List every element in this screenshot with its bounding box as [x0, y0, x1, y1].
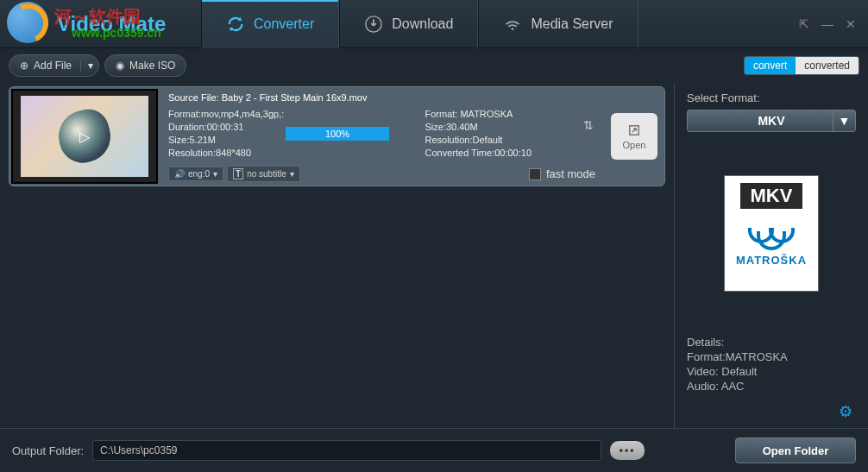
plus-icon: ⊕	[20, 60, 28, 72]
format-dropdown[interactable]: MKV ▼	[687, 110, 856, 132]
source-file-label: Source File: Baby 2 - First Step Main 16…	[168, 92, 595, 103]
open-external-icon	[626, 123, 643, 138]
minimize-icon[interactable]: —	[821, 17, 833, 31]
format-icon-mkv: MKV MATROŠKA	[724, 175, 819, 292]
details-audio: Audio: AAC	[687, 379, 856, 393]
format-selected-value: MKV	[758, 114, 784, 128]
output-size: Size:30.40M	[425, 121, 596, 134]
file-item[interactable]: ▷ Source File: Baby 2 - First Step Main …	[9, 86, 665, 186]
wifi-icon	[503, 15, 522, 34]
tab-media-server-label: Media Server	[531, 16, 613, 32]
toolbar: ⊕ Add File ▾ ◉ Make ISO convert converte…	[0, 48, 868, 83]
tab-media-server[interactable]: Media Server	[478, 0, 638, 48]
details-video: Video: Default	[687, 364, 856, 379]
open-folder-button[interactable]: Open Folder	[735, 437, 856, 463]
play-icon: ▷	[79, 129, 90, 145]
convert-status-tabs: convert converted	[744, 56, 859, 75]
app-logo-icon	[7, 2, 52, 47]
sort-icon[interactable]: ⇅	[583, 118, 594, 132]
download-icon	[364, 15, 383, 34]
tab-converted[interactable]: converted	[796, 57, 859, 74]
make-iso-button[interactable]: ◉ Make ISO	[104, 54, 186, 77]
make-iso-label: Make ISO	[129, 60, 175, 72]
fast-mode-checkbox[interactable]	[529, 168, 541, 180]
format-details: Details: Format:MATROSKA Video: Default …	[687, 335, 856, 393]
tab-converter[interactable]: Converter	[201, 0, 339, 48]
add-file-label: Add File	[34, 60, 72, 72]
fast-mode-label: fast mode	[546, 167, 595, 180]
add-file-button[interactable]: ⊕ Add File ▾	[9, 54, 99, 77]
mkv-banner: MKV	[740, 183, 803, 209]
window-controls: ⇱ — ✕	[799, 17, 868, 31]
subtitle-select[interactable]: T no subtitle ▾	[227, 166, 300, 182]
input-resolution: Resolution:848*480	[168, 147, 339, 160]
chevron-down-icon: ▼	[833, 110, 855, 131]
output-folder-label: Output Folder:	[12, 444, 84, 457]
open-label: Open	[623, 140, 646, 150]
refresh-icon	[226, 15, 245, 34]
progress-text: 100%	[325, 129, 349, 139]
speaker-icon: 🔊	[174, 169, 185, 179]
text-icon: T	[233, 168, 243, 179]
select-format-label: Select Format:	[687, 91, 856, 104]
matroska-label: MATROŠKA	[736, 254, 807, 267]
footer: Output Folder: ••• Open Folder	[0, 428, 868, 472]
file-info: Source File: Baby 2 - First Step Main 16…	[160, 87, 604, 186]
input-format: Format:mov,mp4,m4a,3gp,:	[168, 108, 339, 121]
output-resolution: Resolution:Default	[425, 134, 596, 147]
browse-button[interactable]: •••	[610, 441, 645, 460]
tab-converter-label: Converter	[254, 16, 314, 32]
svg-point-1	[512, 28, 514, 30]
subtitle-value: no subtitle	[247, 169, 286, 179]
watermark-url: www.pc0359.cn	[72, 26, 161, 40]
tab-convert[interactable]: convert	[745, 57, 796, 74]
output-format: Format: MATROSKA	[425, 108, 596, 121]
tab-download[interactable]: Download	[339, 0, 478, 48]
logo-area: Video Mate 河～软件园 www.pc0359.cn	[7, 2, 201, 47]
disc-icon: ◉	[116, 60, 124, 72]
titlebar: Video Mate 河～软件园 www.pc0359.cn Converter…	[0, 0, 868, 48]
chevron-down-icon[interactable]: ▾	[80, 60, 93, 72]
audio-lang-value: eng:0	[188, 169, 210, 179]
audio-track-select[interactable]: 🔊 eng:0 ▾	[168, 167, 223, 181]
chevron-down-icon: ▾	[290, 169, 294, 179]
watermark-text: 河～软件园	[54, 5, 141, 28]
details-format: Format:MATROSKA	[687, 349, 856, 364]
output-path-input[interactable]	[92, 440, 601, 461]
thumbnail[interactable]: ▷	[11, 89, 158, 184]
gear-icon[interactable]: ⚙	[839, 402, 856, 419]
format-panel: Select Format: MKV ▼ MKV MATROŠKA Detail…	[674, 83, 868, 428]
progress-bar: 100%	[286, 127, 389, 141]
file-list: ▷ Source File: Baby 2 - First Step Main …	[0, 83, 674, 428]
tab-download-label: Download	[392, 16, 453, 32]
details-heading: Details:	[687, 335, 856, 349]
open-button[interactable]: Open	[611, 113, 657, 160]
chevron-down-icon: ▾	[213, 169, 217, 179]
popout-icon[interactable]: ⇱	[799, 17, 809, 31]
output-converted-time: Converted Time:00:00:10	[425, 147, 596, 160]
close-icon[interactable]: ✕	[846, 17, 856, 31]
